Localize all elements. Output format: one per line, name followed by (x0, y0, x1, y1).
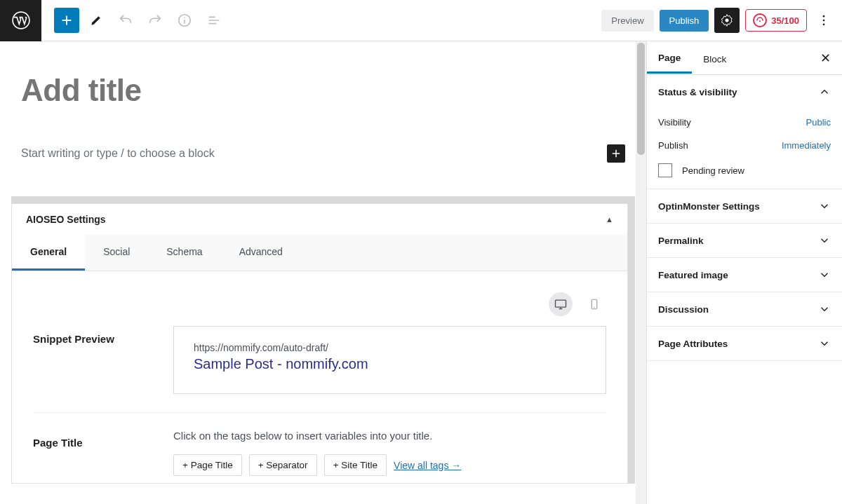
info-button[interactable] (172, 8, 197, 33)
chevron-down-icon (818, 337, 831, 350)
section-discussion[interactable]: Discussion (647, 292, 842, 326)
preview-url: https://nommify.com/auto-draft/ (194, 342, 586, 353)
snippet-preview-box: https://nommify.com/auto-draft/ Sample P… (173, 326, 606, 394)
svg-point-4 (759, 20, 761, 22)
svg-point-3 (726, 19, 729, 22)
editor-toolbar: Preview Publish 35/100 (0, 0, 842, 41)
mobile-preview-button[interactable] (582, 292, 606, 316)
aioseo-panel-title: AIOSEO Settings (26, 214, 606, 225)
settings-button[interactable] (714, 8, 740, 33)
caret-up-icon: ▲ (606, 215, 613, 224)
editor-area: Start writing or type / to choose a bloc… (0, 41, 646, 504)
wordpress-logo[interactable] (0, 0, 41, 41)
aioseo-panel: AIOSEO Settings ▲ General Social Schema … (11, 203, 628, 484)
edit-mode-button[interactable] (83, 8, 109, 33)
toolbar-left-group (41, 8, 227, 33)
section-status-visibility[interactable]: Status & visibility (647, 75, 842, 109)
publish-label: Publish (658, 140, 782, 151)
visibility-label: Visibility (658, 117, 806, 128)
preview-title: Sample Post - nommify.com (194, 356, 586, 372)
tag-separator[interactable]: Separator (249, 454, 317, 476)
svg-point-6 (823, 20, 825, 22)
tag-page-title[interactable]: Page Title (173, 454, 242, 476)
aioseo-panel-header[interactable]: AIOSEO Settings ▲ (12, 204, 627, 235)
block-prompt-text[interactable]: Start writing or type / to choose a bloc… (21, 147, 607, 160)
sidebar-close-button[interactable]: ✕ (809, 50, 842, 66)
desktop-preview-button[interactable] (549, 292, 573, 316)
score-value: 35/100 (771, 15, 799, 26)
chevron-down-icon (818, 303, 831, 315)
svg-point-7 (823, 24, 825, 26)
aioseo-tabs: General Social Schema Advanced (12, 235, 627, 271)
add-block-button[interactable] (54, 8, 79, 33)
toolbar-right-group: Preview Publish 35/100 (601, 8, 842, 33)
publish-value[interactable]: Immediately (782, 140, 831, 151)
sidebar-tab-page[interactable]: Page (647, 42, 692, 74)
tab-schema[interactable]: Schema (148, 235, 220, 271)
chevron-down-icon (818, 200, 831, 212)
outline-button[interactable] (201, 8, 227, 33)
section-optinmonster[interactable]: OptinMonster Settings (647, 189, 842, 223)
editor-scrollbar[interactable] (636, 41, 646, 504)
view-all-tags-link[interactable]: View all tags → (394, 460, 461, 471)
snippet-preview-label: Snippet Preview (33, 326, 152, 394)
inline-add-block-button[interactable] (607, 144, 625, 163)
svg-point-5 (823, 15, 825, 18)
svg-point-0 (13, 12, 29, 29)
redo-button[interactable] (142, 8, 168, 33)
section-featured-image[interactable]: Featured image (647, 258, 842, 292)
tab-advanced[interactable]: Advanced (221, 235, 301, 271)
pending-review-label: Pending review (682, 165, 744, 176)
svg-rect-8 (556, 300, 566, 307)
pending-review-checkbox[interactable] (658, 163, 672, 177)
post-title-input[interactable] (21, 73, 625, 108)
chevron-up-icon (818, 86, 831, 98)
svg-point-2 (184, 17, 185, 18)
more-options-button[interactable] (813, 8, 835, 33)
page-title-label: Page Title (33, 430, 152, 476)
tab-general[interactable]: General (12, 235, 85, 271)
preview-button[interactable]: Preview (601, 10, 653, 32)
section-permalink[interactable]: Permalink (647, 224, 842, 257)
settings-sidebar: Page Block ✕ Status & visibility Visibil… (646, 41, 842, 504)
visibility-value[interactable]: Public (806, 117, 831, 128)
sidebar-tab-block[interactable]: Block (692, 43, 737, 73)
svg-point-10 (594, 307, 595, 308)
score-gauge-icon (753, 13, 767, 27)
tab-social[interactable]: Social (85, 235, 148, 271)
publish-button[interactable]: Publish (660, 10, 709, 32)
chevron-down-icon (818, 234, 831, 247)
chevron-down-icon (818, 268, 831, 281)
device-preview-toggle (33, 292, 606, 316)
tag-site-title[interactable]: Site Title (324, 454, 387, 476)
page-title-hint: Click on the tags below to insert variab… (173, 430, 606, 442)
undo-button[interactable] (113, 8, 138, 33)
section-page-attributes[interactable]: Page Attributes (647, 327, 842, 360)
seo-score-pill[interactable]: 35/100 (745, 9, 807, 32)
